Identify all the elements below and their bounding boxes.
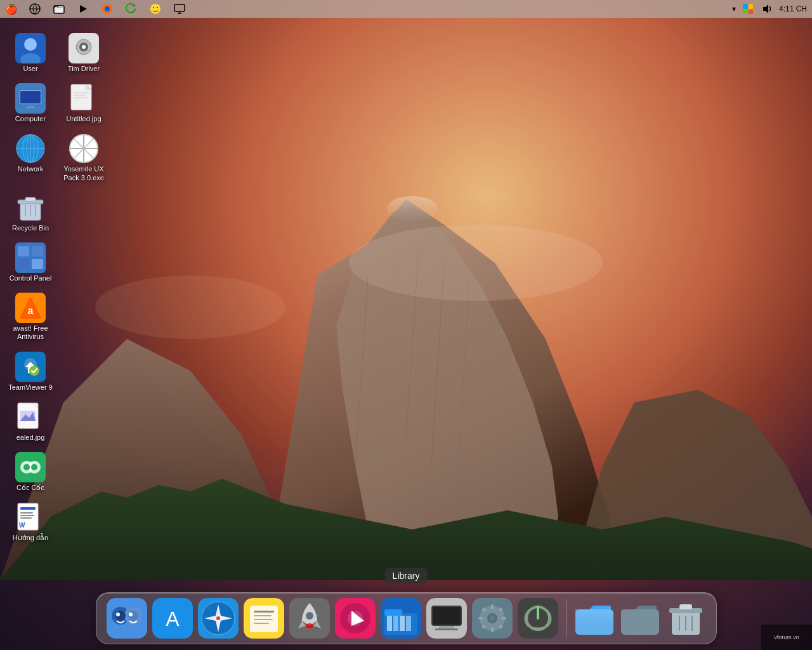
svg-rect-82	[20, 507, 36, 510]
svg-rect-85	[20, 517, 32, 519]
menubar-icon-folder[interactable]	[52, 2, 66, 16]
desktop-icon-teamviewer[interactable]: TeamViewer 9	[5, 349, 56, 394]
dock-item-music[interactable]	[335, 598, 376, 639]
safari-icon	[198, 598, 239, 639]
apple-menu[interactable]: 🍎	[5, 3, 18, 15]
svg-rect-59	[25, 197, 36, 201]
svg-point-30	[24, 38, 37, 51]
desktop-icon-yosemite[interactable]: Yosemite UX Pack 3.0.exe	[58, 131, 109, 184]
svg-rect-124	[435, 628, 458, 630]
desktop-icon-timdriver[interactable]: Tim Driver	[58, 30, 109, 76]
svg-rect-45	[74, 97, 88, 98]
svg-rect-25	[749, 4, 753, 9]
teamviewer-label: TeamViewer 9	[8, 383, 53, 392]
menubar-icon-globe[interactable]	[28, 2, 42, 16]
desktop-icon-ealed[interactable]: ealed.jpg	[5, 399, 56, 444]
dock-item-notes[interactable]	[244, 598, 284, 639]
desktop-icon-controlpanel[interactable]: Control Panel	[5, 240, 56, 285]
dock-item-finder[interactable]	[107, 598, 147, 639]
svg-point-22	[157, 7, 158, 8]
preferences-icon	[472, 598, 513, 639]
cococ-label: Cốc Cốc	[16, 484, 44, 492]
menubar-windows-icon[interactable]	[741, 2, 755, 16]
timdriver-icon	[69, 33, 99, 63]
user-icon	[15, 33, 46, 63]
dock-item-mac[interactable]	[426, 598, 467, 639]
dock: A	[0, 587, 812, 650]
notes-icon	[244, 598, 284, 639]
dock-item-safari[interactable]	[198, 598, 239, 639]
menubar-icon-refresh[interactable]	[124, 2, 138, 16]
network-label: Network	[18, 165, 43, 173]
recycle-icon	[15, 192, 46, 223]
menubar-icon-firefox[interactable]	[100, 2, 114, 16]
menubar-left: 🍎	[5, 2, 187, 16]
svg-rect-132	[501, 617, 506, 620]
svg-rect-131	[478, 617, 483, 620]
desktop-icon-cococ[interactable]: Cốc Cốc	[5, 449, 56, 494]
svg-rect-129	[491, 604, 494, 609]
menubar-icon-emoji[interactable]	[148, 2, 162, 16]
ealed-label: ealed.jpg	[16, 434, 45, 442]
svg-rect-67	[32, 259, 43, 269]
menubar-right: ▾ 4:11 CH	[732, 2, 807, 16]
dock-item-folder1[interactable]	[574, 598, 615, 639]
svg-marker-16	[80, 5, 87, 13]
svg-rect-23	[174, 4, 185, 11]
menubar-icon-play[interactable]	[76, 2, 90, 16]
svg-rect-116	[387, 616, 392, 631]
mac-icon	[426, 598, 467, 639]
svg-rect-44	[74, 95, 86, 96]
controlpanel-icon	[15, 242, 46, 273]
svg-rect-103	[254, 611, 274, 613]
svg-point-18	[105, 6, 110, 11]
avast-icon: a	[15, 293, 46, 323]
dock-item-power[interactable]	[518, 598, 558, 639]
recycle-label: Recycle Bin	[12, 224, 49, 232]
svg-point-108	[306, 612, 313, 620]
appstore-icon: A	[152, 598, 193, 639]
menubar-icon-monitor[interactable]	[173, 2, 187, 16]
watermark-text: vforum.vn	[774, 634, 799, 640]
menubar-volume-icon[interactable]	[760, 2, 774, 16]
dock-item-appstore[interactable]: A	[152, 598, 193, 639]
finder-icon	[107, 598, 147, 639]
dock-item-folder2[interactable]	[620, 598, 660, 639]
svg-point-5	[387, 196, 438, 222]
svg-rect-119	[406, 616, 411, 631]
mountain-svg	[0, 149, 812, 593]
dock-item-trash[interactable]	[665, 598, 706, 639]
svg-rect-65	[32, 246, 43, 256]
teamviewer-icon	[15, 352, 46, 382]
desktop: 🍎 ▾	[0, 0, 812, 650]
music-icon	[335, 598, 376, 639]
svg-rect-105	[254, 619, 273, 620]
network-icon	[15, 133, 46, 164]
svg-rect-145	[679, 604, 692, 609]
svg-rect-41	[20, 91, 41, 103]
svg-rect-40	[24, 108, 37, 109]
desktop-icon-huongdan[interactable]: W Hướng dẫn	[5, 500, 56, 545]
svg-marker-28	[763, 4, 768, 13]
svg-rect-24	[743, 4, 748, 9]
menubar: 🍎 ▾	[0, 0, 812, 18]
svg-rect-118	[400, 616, 405, 631]
svg-point-100	[216, 616, 220, 620]
svg-text:a: a	[28, 305, 34, 316]
svg-rect-26	[743, 10, 748, 14]
desktop-icon-avast[interactable]: a avast! Free Antivirus	[5, 290, 56, 343]
dock-item-preferences[interactable]	[472, 598, 513, 639]
desktop-icon-computer[interactable]: Computer	[5, 81, 56, 126]
desktop-icon-user[interactable]: User	[5, 30, 56, 76]
svg-rect-27	[749, 10, 753, 14]
trash-icon	[665, 598, 706, 639]
yosemite-icon	[69, 133, 99, 164]
desktop-icon-network[interactable]: Network	[5, 131, 56, 184]
desktop-icon-untitled[interactable]: Untitled.jpg	[58, 81, 109, 126]
desktop-icon-recycle[interactable]: Recycle Bin	[5, 190, 56, 235]
dock-container: A	[96, 592, 717, 644]
folder1-icon	[574, 598, 615, 639]
dock-item-library[interactable]	[381, 598, 421, 639]
svg-rect-123	[439, 626, 454, 628]
dock-item-launchpad[interactable]	[289, 598, 330, 639]
